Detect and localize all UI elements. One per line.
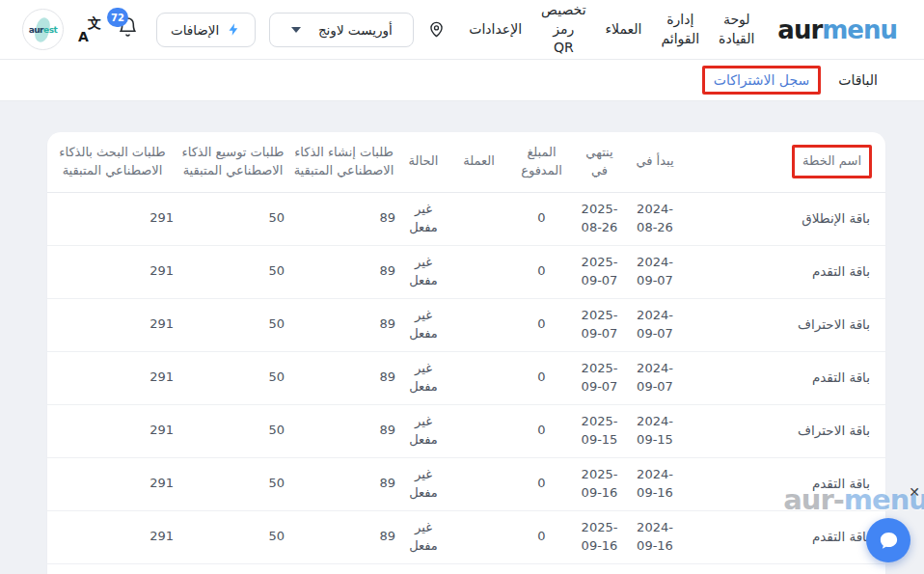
restaurant-avatar[interactable]: aurest	[22, 9, 64, 50]
start-date-cell: 2024-09-07	[626, 298, 684, 351]
main-content: اسم الخطة يبدأ في ينتهي في المبلغ المدفو…	[0, 101, 924, 574]
branch-selector-dropdown[interactable]: أوريست لاونج	[269, 13, 414, 47]
language-switch-icon[interactable]: 文 A	[77, 17, 103, 42]
branch-selector-value: أوريست لاونج	[318, 22, 393, 38]
status-cell: غير مفعل	[399, 245, 448, 298]
end-date-cell: 2025-08-26	[573, 192, 626, 245]
chat-widget-button[interactable]	[866, 518, 910, 562]
ai-search-remaining-cell: 291	[47, 510, 177, 563]
notification-badge: 72	[107, 8, 128, 27]
paid-amount-cell: 0	[510, 245, 573, 298]
currency-cell	[448, 298, 510, 351]
header-ai-expand-remaining: طلبات توسيع الذكاء الاصطناعي المتبقية	[177, 132, 288, 192]
main-nav: لوحة القيادة إدارة القوائم العملاء تخصيص…	[469, 1, 754, 58]
avatar-text-teal: est	[43, 25, 57, 35]
ai-expand-remaining-cell: 50	[177, 510, 288, 563]
nav-item-menus[interactable]: إدارة القوائم	[661, 11, 699, 48]
addons-button-label: الإضافات	[171, 22, 219, 38]
status-cell: غير مفعل	[399, 457, 448, 510]
addons-button[interactable]: الإضافات	[156, 13, 256, 47]
table-row: باقة التقدم 2024-09-07 2025-09-07 0 غير …	[47, 245, 885, 298]
nav-item-dashboard[interactable]: لوحة القيادة	[719, 11, 754, 48]
header-ai-create-remaining: طلبات إنشاء الذكاء الاصطناعي المتبقية	[288, 132, 399, 192]
header-start-date: يبدأ في	[626, 132, 684, 192]
chat-bubble-icon	[878, 530, 900, 552]
start-date-cell: 2024-09-07	[626, 245, 684, 298]
status-cell: غير مفعل	[399, 510, 448, 563]
header-status: الحالة	[399, 132, 448, 192]
header-end-date: ينتهي في	[573, 132, 626, 192]
end-date-cell: 2025-09-16	[573, 457, 626, 510]
nav-item-qr-customization[interactable]: تخصيص رمز QR	[541, 1, 585, 58]
nav-item-customers[interactable]: العملاء	[606, 20, 642, 40]
ai-create-remaining-cell: 89	[288, 298, 399, 351]
paid-amount-cell: 0	[510, 404, 573, 457]
subscriptions-table: اسم الخطة يبدأ في ينتهي في المبلغ المدفو…	[47, 132, 885, 564]
table-row: باقة التقدم 2024-09-16 2025-09-16 0 غير …	[47, 510, 885, 563]
plan-name-cell: باقة التقدم	[684, 245, 885, 298]
aurmenu-logo[interactable]: aurmenu	[777, 15, 897, 44]
header-ai-search-remaining: طلبات البحث بالذكاء الاصطناعي المتبقية	[47, 132, 177, 192]
tab-packages[interactable]: الباقات	[838, 72, 878, 88]
plan-name-cell: باقة التقدم	[684, 510, 885, 563]
ai-create-remaining-cell: 89	[288, 457, 399, 510]
currency-cell	[448, 457, 510, 510]
plan-name-cell: باقة التقدم	[684, 457, 885, 510]
watermark-close-icon[interactable]: ✕	[909, 485, 920, 499]
ai-expand-remaining-cell: 50	[177, 457, 288, 510]
header-paid-amount: المبلغ المدفوع	[510, 132, 573, 192]
subscription-tabbar: الباقات سجل الاشتراكات	[0, 60, 924, 101]
avatar-text-dark: aur	[29, 25, 43, 35]
status-cell: غير مفعل	[399, 351, 448, 404]
ai-create-remaining-cell: 89	[288, 351, 399, 404]
tab-subscription-history-label: سجل الاشتراكات	[714, 72, 809, 88]
plan-name-cell: باقة الإنطلاق	[684, 192, 885, 245]
ai-search-remaining-cell: 291	[47, 245, 177, 298]
table-row: باقة الاحتراف 2024-09-07 2025-09-07 0 غي…	[47, 298, 885, 351]
paid-amount-cell: 0	[510, 298, 573, 351]
top-navbar: aurmenu لوحة القيادة إدارة القوائم العمل…	[0, 0, 924, 60]
tab-subscription-history[interactable]: سجل الاشتراكات	[702, 66, 821, 95]
ai-create-remaining-cell: 89	[288, 245, 399, 298]
status-cell: غير مفعل	[399, 298, 448, 351]
location-pin-icon[interactable]	[427, 20, 446, 39]
logo-text-blue: menu	[822, 15, 897, 44]
chevron-down-icon	[291, 27, 301, 33]
currency-cell	[448, 192, 510, 245]
table-row: باقة التقدم 2024-09-16 2025-09-16 0 غير …	[47, 457, 885, 510]
start-date-cell: 2024-08-26	[626, 192, 684, 245]
subscriptions-table-body: باقة الإنطلاق 2024-08-26 2025-08-26 0 غي…	[47, 192, 885, 563]
notifications-bell[interactable]: 72	[117, 16, 139, 42]
table-row: باقة الإنطلاق 2024-08-26 2025-08-26 0 غي…	[47, 192, 885, 245]
start-date-cell: 2024-09-15	[626, 404, 684, 457]
currency-cell	[448, 351, 510, 404]
header-plan-name: اسم الخطة	[684, 132, 885, 192]
paid-amount-cell: 0	[510, 457, 573, 510]
ai-expand-remaining-cell: 50	[177, 245, 288, 298]
currency-cell	[448, 510, 510, 563]
paid-amount-cell: 0	[510, 192, 573, 245]
ai-search-remaining-cell: 291	[47, 298, 177, 351]
ai-search-remaining-cell: 291	[47, 404, 177, 457]
start-date-cell: 2024-09-07	[626, 351, 684, 404]
ai-search-remaining-cell: 291	[47, 192, 177, 245]
ai-search-remaining-cell: 291	[47, 351, 177, 404]
table-row: باقة الاحتراف 2024-09-15 2025-09-15 0 غي…	[47, 404, 885, 457]
ai-create-remaining-cell: 89	[288, 510, 399, 563]
start-date-cell: 2024-09-16	[626, 457, 684, 510]
status-cell: غير مفعل	[399, 192, 448, 245]
table-header: اسم الخطة يبدأ في ينتهي في المبلغ المدفو…	[47, 132, 885, 192]
end-date-cell: 2025-09-07	[573, 351, 626, 404]
end-date-cell: 2025-09-15	[573, 404, 626, 457]
plan-name-cell: باقة الاحتراف	[684, 404, 885, 457]
ai-create-remaining-cell: 89	[288, 404, 399, 457]
end-date-cell: 2025-09-16	[573, 510, 626, 563]
ai-expand-remaining-cell: 50	[177, 192, 288, 245]
paid-amount-cell: 0	[510, 510, 573, 563]
subscriptions-table-card: اسم الخطة يبدأ في ينتهي في المبلغ المدفو…	[47, 132, 885, 574]
paid-amount-cell: 0	[510, 351, 573, 404]
logo-text-dark: aur	[777, 15, 822, 44]
nav-item-settings[interactable]: الإعدادات	[469, 20, 522, 40]
end-date-cell: 2025-09-07	[573, 298, 626, 351]
lightning-icon	[227, 22, 241, 37]
